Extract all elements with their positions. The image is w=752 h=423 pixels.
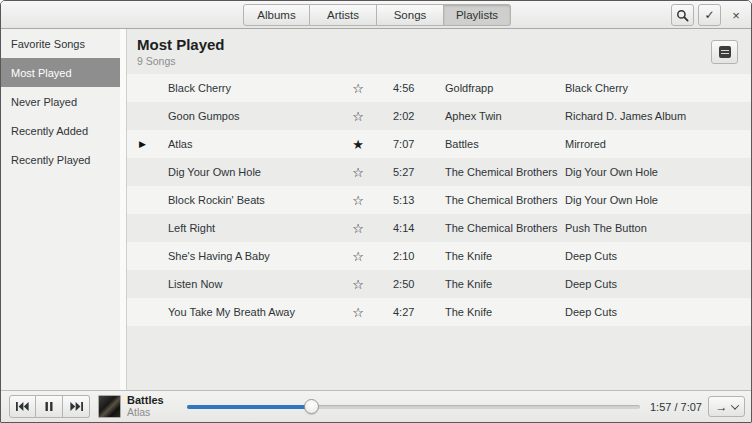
song-artist: The Knife	[445, 298, 492, 326]
song-album: Deep Cuts	[565, 298, 617, 326]
song-album: Richard D. James Album	[565, 102, 686, 130]
seek-handle[interactable]	[304, 399, 319, 414]
song-list: Black Cherry ☆ 4:56 Goldfrapp Black Cher…	[127, 74, 751, 326]
hamburger-menu-icon	[719, 46, 731, 58]
song-row[interactable]: Black Cherry ☆ 4:56 Goldfrapp Black Cher…	[127, 74, 751, 102]
repeat-none-arrow-icon: →	[716, 400, 728, 414]
search-icon	[676, 9, 689, 22]
tab-artists[interactable]: Artists	[310, 4, 377, 26]
playlist-menu-button[interactable]	[711, 40, 738, 64]
now-playing-labels: Battles Atlas	[127, 395, 171, 418]
song-title: Listen Now	[168, 270, 222, 298]
checkmark-icon: ✓	[704, 8, 714, 22]
favorite-star-icon[interactable]: ☆	[347, 102, 369, 130]
song-title: Black Cherry	[168, 74, 231, 102]
song-duration: 4:56	[393, 74, 414, 102]
song-row[interactable]: Goon Gumpos ☆ 2:02 Aphex Twin Richard D.…	[127, 102, 751, 130]
headerbar-actions: ✓ ×	[671, 4, 745, 26]
tab-playlists[interactable]: Playlists	[444, 4, 511, 26]
playlist-header: Most Played 9 Songs	[127, 29, 751, 74]
favorite-star-icon[interactable]: ★	[347, 130, 369, 158]
gnome-music-window: Albums Artists Songs Playlists ✓ × Favor…	[0, 0, 752, 423]
song-row[interactable]: Left Right ☆ 4:14 The Chemical Brothers …	[127, 214, 751, 242]
song-album: Push The Button	[565, 214, 647, 242]
favorite-star-icon[interactable]: ☆	[347, 74, 369, 102]
song-artist: The Knife	[445, 270, 492, 298]
song-artist: Aphex Twin	[445, 102, 502, 130]
pause-button[interactable]	[36, 395, 63, 418]
tab-albums[interactable]: Albums	[243, 4, 310, 26]
favorite-star-icon[interactable]: ☆	[347, 298, 369, 326]
song-duration: 2:10	[393, 242, 414, 270]
sidebar-item-never-played[interactable]: Never Played	[1, 87, 126, 116]
song-artist: The Knife	[445, 242, 492, 270]
window-body: Favorite Songs Most Played Never Played …	[1, 29, 751, 390]
song-duration: 5:13	[393, 186, 414, 214]
search-button[interactable]	[671, 4, 694, 26]
song-album: Deep Cuts	[565, 242, 617, 270]
headerbar: Albums Artists Songs Playlists ✓ ×	[1, 1, 751, 29]
song-title: Goon Gumpos	[168, 102, 240, 130]
song-duration: 5:27	[393, 158, 414, 186]
sidebar-item-most-played[interactable]: Most Played	[1, 58, 126, 87]
song-album: Dig Your Own Hole	[565, 158, 658, 186]
song-title: She's Having A Baby	[168, 242, 270, 270]
playing-indicator-icon	[139, 242, 155, 270]
chevron-down-icon	[730, 401, 738, 409]
playing-indicator-icon	[139, 74, 155, 102]
seek-slider[interactable]	[187, 399, 640, 415]
playing-indicator-icon	[139, 214, 155, 242]
song-row[interactable]: You Take My Breath Away ☆ 4:27 The Knife…	[127, 298, 751, 326]
song-row[interactable]: She's Having A Baby ☆ 2:10 The Knife Dee…	[127, 242, 751, 270]
playlists-sidebar: Favorite Songs Most Played Never Played …	[1, 29, 127, 390]
skip-forward-icon	[70, 402, 83, 411]
song-artist: The Chemical Brothers	[445, 186, 558, 214]
song-title: Dig Your Own Hole	[168, 158, 261, 186]
now-playing-album-art	[98, 395, 121, 418]
player-bar: Battles Atlas 1:57 / 7:07 →	[1, 390, 751, 422]
window-close-button[interactable]: ×	[727, 4, 745, 26]
song-count: 9 Songs	[137, 55, 176, 67]
song-artist: Battles	[445, 130, 479, 158]
song-title: You Take My Breath Away	[168, 298, 295, 326]
song-row[interactable]: Block Rockin' Beats ☆ 5:13 The Chemical …	[127, 186, 751, 214]
song-title: Left Right	[168, 214, 215, 242]
sidebar-item-favorite-songs[interactable]: Favorite Songs	[1, 29, 126, 58]
playing-indicator-icon	[139, 270, 155, 298]
playing-indicator-icon	[139, 298, 155, 326]
previous-button[interactable]	[9, 395, 36, 418]
favorite-star-icon[interactable]: ☆	[347, 186, 369, 214]
song-row[interactable]: Dig Your Own Hole ☆ 5:27 The Chemical Br…	[127, 158, 751, 186]
tab-songs[interactable]: Songs	[377, 4, 444, 26]
favorite-star-icon[interactable]: ☆	[347, 214, 369, 242]
view-switcher: Albums Artists Songs Playlists	[243, 4, 511, 26]
song-album: Mirrored	[565, 130, 606, 158]
song-duration: 4:27	[393, 298, 414, 326]
song-artist: The Chemical Brothers	[445, 214, 558, 242]
playing-indicator-icon	[139, 158, 155, 186]
next-button[interactable]	[63, 395, 90, 418]
playing-indicator-icon: ▶	[139, 130, 155, 158]
song-row[interactable]: ▶ Atlas ★ 7:07 Battles Mirrored	[127, 130, 751, 158]
repeat-mode-button[interactable]: →	[708, 396, 745, 417]
playback-controls	[9, 395, 90, 418]
song-row[interactable]: Listen Now ☆ 2:50 The Knife Deep Cuts	[127, 270, 751, 298]
playing-indicator-icon	[139, 186, 155, 214]
favorite-star-icon[interactable]: ☆	[347, 242, 369, 270]
song-artist: The Chemical Brothers	[445, 158, 558, 186]
close-icon: ×	[732, 8, 740, 23]
song-duration: 7:07	[393, 130, 414, 158]
playlist-content: Most Played 9 Songs Black Cherry ☆ 4:56 …	[127, 29, 751, 390]
song-duration: 2:02	[393, 102, 414, 130]
sidebar-item-recently-added[interactable]: Recently Added	[1, 116, 126, 145]
seek-fill	[187, 405, 311, 409]
song-duration: 2:50	[393, 270, 414, 298]
song-artist: Goldfrapp	[445, 74, 493, 102]
favorite-star-icon[interactable]: ☆	[347, 158, 369, 186]
song-album: Dig Your Own Hole	[565, 186, 658, 214]
select-button[interactable]: ✓	[698, 4, 721, 26]
song-album: Black Cherry	[565, 74, 628, 102]
song-title: Atlas	[168, 130, 192, 158]
favorite-star-icon[interactable]: ☆	[347, 270, 369, 298]
sidebar-item-recently-played[interactable]: Recently Played	[1, 145, 126, 174]
